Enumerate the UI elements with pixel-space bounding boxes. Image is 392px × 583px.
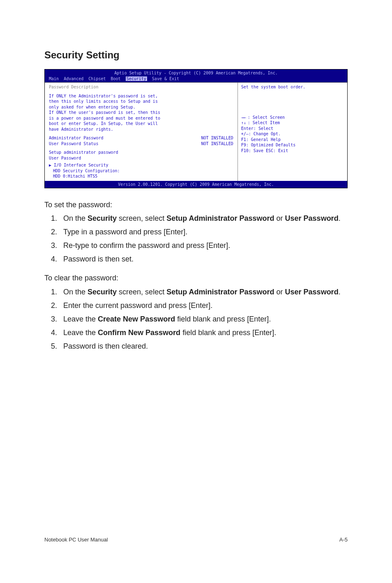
text-bold: Create New Password xyxy=(98,315,175,323)
text-run: On the xyxy=(63,214,88,222)
text-bold: Setup Administrator Password xyxy=(166,288,274,296)
text-run: field blank and press [Enter]. xyxy=(180,329,276,337)
bios-hint: F9: Optimized Defaults xyxy=(241,142,344,148)
list-item: On the Security screen, select Setup Adm… xyxy=(59,287,348,298)
list-item: Password is then cleared. xyxy=(59,341,348,352)
bios-screenshot: Aptio Setup Utility - Copyright (C) 2009… xyxy=(44,69,348,188)
text-run: or xyxy=(274,288,285,296)
text-run: Leave the xyxy=(63,329,98,337)
bios-row-setup-admin-password: Setup administrator password xyxy=(49,150,233,155)
text-run: screen, select xyxy=(117,214,166,222)
text-bold: User Password xyxy=(285,288,339,296)
set-password-steps: On the Security screen, select Setup Adm… xyxy=(44,213,348,265)
bios-tab-boot: Boot xyxy=(111,76,121,81)
bios-body: Password Description If ONLY the Adminis… xyxy=(45,82,347,181)
text-run: . xyxy=(339,214,341,222)
bios-hint: F10: Save ESC: Exit xyxy=(241,148,344,154)
bios-row-user-password-status: User Password Status NOT INSTALLED xyxy=(49,141,233,147)
arrows-lr-icon xyxy=(241,115,248,120)
bios-desc-line: If ONLY the Administrator's password is … xyxy=(49,93,233,99)
bios-tab-chipset: Chipset xyxy=(88,76,106,81)
text-run: Leave the xyxy=(63,315,98,323)
text-bold: Setup Administrator Password xyxy=(166,214,274,222)
list-item: Enter the current password and press [En… xyxy=(59,300,348,311)
set-password-intro: To set the password: xyxy=(44,200,348,210)
clear-password-intro: To clear the password: xyxy=(44,273,348,283)
bios-desc-line: then this only limits access to Setup an… xyxy=(49,99,233,104)
text-bold: Security xyxy=(88,288,117,296)
list-item: Leave the Confirm New Password field bla… xyxy=(59,327,348,338)
bios-desc-line: only asked for when entering Setup. xyxy=(49,104,233,110)
bios-row-hdd-device: HDD 0:Hitachi HTS5 xyxy=(49,174,233,179)
bios-left-heading: Password Description xyxy=(49,84,233,90)
section-heading: Security Setting xyxy=(44,49,348,61)
list-item: Password is then set. xyxy=(59,254,348,265)
bios-hint: +/—: Change Opt. xyxy=(241,131,344,137)
page-footer: Notebook PC User Manual A-5 xyxy=(44,520,348,543)
bios-row-admin-password: Administrator Password NOT INSTALLED xyxy=(49,135,233,141)
bios-footer: Version 2.00.1201. Copyright (C) 2009 Am… xyxy=(45,181,347,188)
bios-tab-main: Main xyxy=(49,76,59,81)
bios-row-value: NOT INSTALLED xyxy=(201,135,233,141)
text-run: field blank and press [Enter]. xyxy=(175,315,271,323)
bios-left-pane: Password Description If ONLY the Adminis… xyxy=(45,83,238,181)
bios-row-value: NOT INSTALLED xyxy=(201,141,233,147)
bios-row-label: User Password Status xyxy=(49,141,98,147)
footer-page-number: A-5 xyxy=(339,537,348,543)
bios-tabs: Main Advanced Chipset Boot Security Save… xyxy=(45,76,347,83)
bios-key-hints: : Select Screen : Select Item Enter: Sel… xyxy=(241,115,344,154)
triangle-right-icon: ▶ xyxy=(49,163,54,167)
bios-row-label: Administrator Password xyxy=(49,135,103,141)
text-run: . xyxy=(339,288,341,296)
bios-row-label: I/O Interface Security xyxy=(54,163,108,167)
list-item: On the Security screen, select Setup Adm… xyxy=(59,213,348,224)
bios-desc-line: boot or enter Setup. In Setup, the User … xyxy=(49,121,233,127)
text-bold: Security xyxy=(88,214,117,222)
list-item: Leave the Create New Password field blan… xyxy=(59,314,348,325)
clear-password-steps: On the Security screen, select Setup Adm… xyxy=(44,287,348,352)
text-bold: Confirm New Password xyxy=(98,329,180,337)
bios-hint: Select Item xyxy=(253,120,280,125)
bios-hint: Enter: Select xyxy=(241,126,344,132)
bios-hint: Select Screen xyxy=(253,115,285,120)
list-item: Re-type to confirm the password and pres… xyxy=(59,240,348,251)
bios-row-user-password: User Password xyxy=(49,155,233,161)
bios-desc-line: is a power on password and must be enter… xyxy=(49,116,233,121)
text-run: On the xyxy=(63,288,88,296)
bios-row-hdd-security-config: HDD Security Configuration: xyxy=(49,168,233,174)
arrows-ud-icon xyxy=(241,120,248,125)
bios-tab-security: Security xyxy=(126,76,147,81)
bios-desc-line: have Administrator rights. xyxy=(49,127,233,132)
bios-row-io-interface-security: ▶ I/O Interface Security xyxy=(49,162,233,168)
bios-right-pane: Set the system boot order. : Select Scre… xyxy=(238,83,347,181)
list-item: Type in a password and press [Enter]. xyxy=(59,227,348,238)
bios-title: Aptio Setup Utility - Copyright (C) 2009… xyxy=(45,69,347,76)
bios-desc-line: If ONLY the user's password is set, then… xyxy=(49,110,233,116)
text-run: or xyxy=(274,214,285,222)
bios-hint: F1: General Help xyxy=(241,137,344,143)
bios-help-text: Set the system boot order. xyxy=(241,84,344,90)
text-run: screen, select xyxy=(117,288,166,296)
footer-title: Notebook PC User Manual xyxy=(44,537,108,543)
bios-tab-save-exit: Save & Exit xyxy=(152,76,179,81)
bios-tab-advanced: Advanced xyxy=(64,76,83,81)
text-bold: User Password xyxy=(285,214,339,222)
